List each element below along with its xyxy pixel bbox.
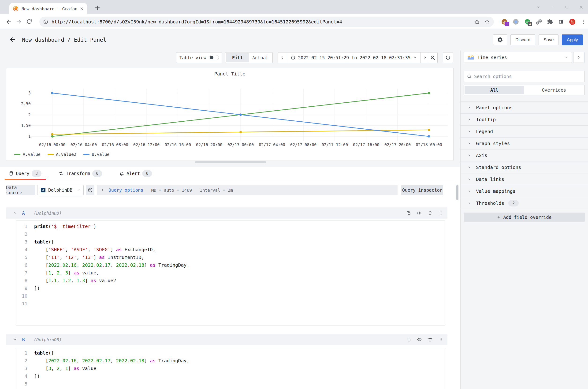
drag-handle-icon[interactable] <box>438 211 443 215</box>
chart-legend: A.valueA.value2B.value <box>14 152 109 157</box>
discard-button[interactable]: Discard <box>510 34 535 45</box>
actual-option[interactable]: Actual <box>249 53 272 62</box>
legend-item[interactable]: A.value <box>14 152 40 157</box>
extensions-puzzle-icon[interactable] <box>547 19 553 25</box>
duplicate-query-icon[interactable] <box>406 211 411 215</box>
tab-alert[interactable]: Alert0 <box>117 167 155 180</box>
sidebar-section-tooltip[interactable]: Tooltip <box>461 113 588 125</box>
fill-option[interactable]: Fill <box>226 53 249 62</box>
hide-query-icon[interactable] <box>417 337 422 342</box>
sidebar-section-panel-options[interactable]: Panel options <box>461 101 588 113</box>
refresh-button[interactable] <box>443 52 453 63</box>
sidebar-section-value-mappings[interactable]: Value mappings <box>461 185 588 197</box>
tab-count-badge: 0 <box>92 170 102 177</box>
visualization-picker[interactable]: Time series <box>464 52 572 63</box>
table-view-toggle[interactable] <box>209 55 219 60</box>
hide-query-icon[interactable] <box>417 211 422 215</box>
code-editor-a[interactable]: 1print('$__timeFilter')23table([4 ['SHFE… <box>16 220 445 326</box>
options-search[interactable] <box>464 71 585 82</box>
legend-item[interactable]: B.value <box>83 152 110 157</box>
gear-icon <box>497 37 503 43</box>
sidebar-section-graph-styles[interactable]: Graph styles <box>461 137 588 149</box>
tab-transform[interactable]: Transform0 <box>56 167 105 180</box>
filter-all[interactable]: All <box>464 86 524 94</box>
time-shift-back-button[interactable] <box>278 52 287 63</box>
back-arrow-icon[interactable] <box>9 36 16 43</box>
delete-query-icon[interactable] <box>428 211 433 215</box>
zoom-out-button[interactable] <box>428 52 438 63</box>
timeseries-chart[interactable]: 11.5022.50302/16 00:0002/16 04:0002/16 0… <box>6 68 453 161</box>
browser-tab[interactable]: New dashboard – Grafana <box>9 3 87 14</box>
site-info-icon[interactable] <box>43 19 48 24</box>
settings-gears-extension-icon[interactable] <box>535 19 542 25</box>
tab-close-icon[interactable] <box>80 6 84 11</box>
share-icon[interactable] <box>475 19 480 24</box>
code-editor-b[interactable]: 1table([2 [2022.02.16, 2022.02.17, 2022.… <box>16 347 445 389</box>
drag-handle-icon[interactable] <box>438 337 443 342</box>
sidebar-section-legend[interactable]: Legend <box>461 125 588 137</box>
close-window-icon[interactable] <box>579 5 584 9</box>
scrollbar-thumb[interactable] <box>456 185 459 200</box>
query-header-a[interactable]: A(DolphinDB) <box>6 207 447 219</box>
url-text[interactable]: http://localhost:8700/d/sQZvI59nk/new-da… <box>52 19 475 25</box>
datasource-help-button[interactable] <box>86 185 94 195</box>
adguard-extension-icon[interactable]: 4 <box>524 19 531 25</box>
forward-icon[interactable] <box>15 19 22 25</box>
svg-text:02/17 08:00: 02/17 08:00 <box>290 142 317 147</box>
back-icon[interactable] <box>6 19 12 25</box>
query-header-b[interactable]: B(DolphinDB) <box>6 334 447 345</box>
minimize-icon[interactable] <box>551 5 555 9</box>
collapse-query-icon[interactable] <box>14 211 17 215</box>
sidebar-section-data-links[interactable]: Data links <box>461 173 588 185</box>
bell-icon <box>120 171 124 176</box>
address-bar[interactable]: http://localhost:8700/d/sQZvI59nk/new-da… <box>39 17 494 27</box>
sidebar-section-standard-options[interactable]: Standard options <box>461 161 588 173</box>
tabs-divider <box>0 180 456 180</box>
legend-label: A.value2 <box>56 152 76 157</box>
legend-item[interactable]: A.value2 <box>48 152 76 157</box>
time-range-picker[interactable]: 2022-02-15 20:51:29 to 2022-02-18 02:31:… <box>287 52 421 63</box>
sidebar-section-thresholds[interactable]: Thresholds2 <box>461 197 588 209</box>
code-text: [1, 2, 3] as value, <box>34 269 99 277</box>
add-field-override-button[interactable]: Add field override <box>464 213 585 222</box>
dashboard-settings-button[interactable] <box>493 34 507 45</box>
profile-avatar[interactable] <box>569 19 576 25</box>
search-options-input[interactable] <box>474 74 582 79</box>
collapse-query-icon[interactable] <box>14 338 17 341</box>
timeseries-viz-icon <box>467 55 474 60</box>
panel-resize-handle[interactable] <box>195 161 266 163</box>
reload-icon[interactable] <box>26 19 32 25</box>
database-icon <box>9 171 14 176</box>
sidebar-section-axis[interactable]: Axis <box>461 149 588 161</box>
bookmark-star-icon[interactable] <box>484 19 490 24</box>
table-view-toggle-group[interactable]: Table view <box>176 52 222 63</box>
query-options-bar[interactable]: Query options MD = auto = 1469 Interval … <box>97 185 398 195</box>
side-panel-icon[interactable] <box>558 19 564 25</box>
delete-query-icon[interactable] <box>428 337 433 342</box>
line-number: 1 <box>16 223 28 230</box>
code-line: 4]) <box>16 372 445 380</box>
tab-search-icon[interactable] <box>536 5 540 9</box>
code-text: [3, 2, 1] as value <box>34 365 96 372</box>
circle-extension-icon[interactable] <box>513 19 519 25</box>
browser-tab-title: New dashboard – Grafana <box>22 6 77 11</box>
duplicate-query-icon[interactable] <box>406 337 411 342</box>
tab-query[interactable]: Query3 <box>6 167 44 180</box>
panel-preview: Panel Title 11.5022.50302/16 00:0002/16 … <box>6 68 454 161</box>
apply-button[interactable]: Apply <box>562 34 583 45</box>
query-scrollbar[interactable] <box>456 183 459 389</box>
query-options-link[interactable]: Query options <box>108 188 143 193</box>
chevron-down-icon <box>413 56 417 60</box>
browser-menu-icon[interactable] <box>581 19 586 25</box>
save-button[interactable]: Save <box>539 34 558 45</box>
datasource-picker[interactable]: DolphinDB <box>37 185 84 195</box>
sidebar-collapse-button[interactable] <box>573 52 585 63</box>
query-inspector-button[interactable]: Query inspector <box>401 185 443 195</box>
new-tab-button[interactable] <box>94 4 101 11</box>
maximize-icon[interactable] <box>565 5 569 9</box>
section-label: Thresholds <box>476 200 504 206</box>
tab-count-badge: 3 <box>32 170 41 177</box>
tampermonkey-extension-icon[interactable]: 1 <box>501 19 508 25</box>
filter-overrides[interactable]: Overrides <box>524 86 584 94</box>
toggle-knob <box>210 56 214 59</box>
